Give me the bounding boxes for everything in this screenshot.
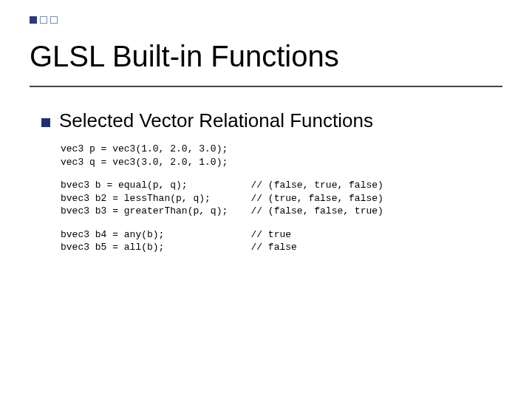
title-underline xyxy=(30,86,502,87)
decorative-squares xyxy=(30,16,58,24)
code-block-2: bvec3 b = equal(p, q); // (false, true, … xyxy=(61,179,502,218)
bullet-row: Selected Vector Relational Functions xyxy=(41,109,502,132)
code-block-1: vec3 p = vec3(1.0, 2.0, 3.0); vec3 q = v… xyxy=(61,143,502,168)
slide-title: GLSL Built-in Functions xyxy=(30,40,339,73)
slide: GLSL Built-in Functions Selected Vector … xyxy=(0,0,532,399)
slide-body: Selected Vector Relational Functions vec… xyxy=(41,109,502,254)
square-icon xyxy=(30,16,37,24)
bullet-icon xyxy=(41,118,50,127)
square-icon xyxy=(40,16,47,24)
bullet-text: Selected Vector Relational Functions xyxy=(59,109,373,132)
square-icon xyxy=(50,16,58,24)
code-block-3: bvec3 b4 = any(b); // true bvec3 b5 = al… xyxy=(61,228,502,254)
